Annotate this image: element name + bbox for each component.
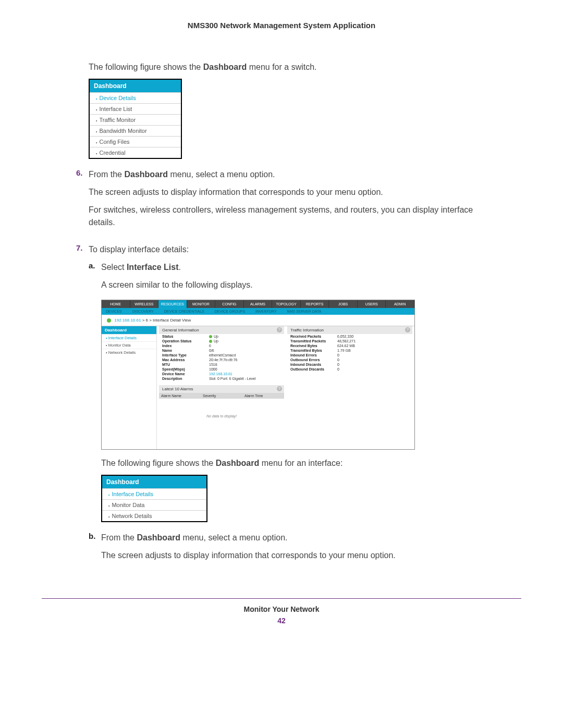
menu-item[interactable]: Bandwidth Monitor [90,125,181,136]
step-text: The screen adjusts to display informatio… [89,186,500,199]
substep-text: Select Interface List. [101,261,253,274]
value-link[interactable]: 192.168.10.61 [209,372,281,376]
step-text: To display interface details: [89,243,500,256]
menu-item[interactable]: Network Details [102,510,206,521]
text-bold: Dashboard [216,459,260,467]
help-icon[interactable]: ? [405,327,410,332]
value: Up [209,339,281,343]
col-header: Alarm Name [159,393,201,399]
subtab[interactable]: DEVICES [106,310,122,313]
label: Transmitted Bytes [290,349,337,352]
text: . [179,263,181,272]
panel-header: Traffic Information? [287,326,412,334]
tab-wireless[interactable]: WIRELESS [130,300,159,308]
tab-users[interactable]: USERS [358,300,386,308]
menu-header: Dashboard [102,476,206,488]
text: From the [89,170,124,179]
empty-message: No data to display! [159,399,284,449]
step-text: For switches, wireless controllers, wire… [89,204,500,229]
value: 0 [337,353,409,357]
para: The following figure shows the Dashboard… [101,457,500,470]
tab-alarms[interactable]: ALARMS [244,300,273,308]
sidebar-item-label: Network Details [108,350,136,355]
value-text: Up [214,335,218,338]
value: Slot: 0 Port: 6 Gigabit - Level [209,377,281,380]
dashboard-menu-figure-2: Dashboard Interface Details Monitor Data… [101,475,207,522]
menu-item[interactable]: Monitor Data [102,499,206,510]
footer-title: Monitor Your Network [42,605,521,613]
panel-header: Latest 10 Alarms? [159,385,284,393]
step-number: 7. [76,243,89,567]
label: MTU [162,363,209,366]
tab-reports[interactable]: REPORTS [301,300,329,308]
text: menu, select a menu option. [168,170,275,179]
menu-item[interactable]: Interface Details [102,488,206,499]
text-bold: Dashboard [137,533,180,542]
menu-item[interactable]: Config Files [90,136,181,147]
breadcrumb-rest: > 6 > Interface Detail View [141,318,191,323]
substep-letter: a. [89,261,101,297]
text-bold: Dashboard [124,170,168,179]
tab-jobs[interactable]: JOBS [329,300,358,308]
value: 0 [337,367,409,371]
label: Operation Status [162,339,209,343]
label: Speed(Mbps) [162,367,209,371]
menu-item[interactable]: Credential [90,147,181,158]
tab-config[interactable]: CONFIG [215,300,244,308]
menu-header: Dashboard [90,80,181,92]
dashboard-menu-figure: Dashboard Device Details Interface List … [89,79,182,159]
sidebar-item-label: Interface Details [108,336,137,340]
menu-item[interactable]: Traffic Monitor [90,114,181,125]
subtab[interactable]: DEVICE CREDENTIALS [164,310,204,313]
breadcrumb-ip[interactable]: 192.168.10.61 [114,318,141,323]
doc-header: NMS300 Network Management System Applica… [42,21,521,30]
panel-title: Traffic Information [290,328,324,332]
subtab[interactable]: NMS SERVER DATA [287,310,322,313]
label: Device Name [162,372,209,376]
menu-item[interactable]: Interface List [90,103,181,114]
help-icon[interactable]: ? [277,327,282,332]
value: 0 [337,358,409,362]
panel-header: General Information? [159,326,284,334]
footer-page-number: 42 [42,616,521,625]
text-bold: Dashboard [203,63,247,71]
sidebar-item[interactable]: • Interface Details [102,334,156,341]
subtab[interactable]: DISCOVERY [132,310,154,313]
top-nav: HOME WIRELESS RESOURCES MONITOR CONFIG A… [102,300,414,308]
intro-para: The following figure shows the Dashboard… [89,61,500,73]
label: Description [162,377,209,380]
value: 1518 [209,363,281,366]
label: Index [162,344,209,348]
label: Received Bytes [290,344,337,348]
step-text: From the Dashboard menu, select a menu o… [89,168,500,181]
text: menu for an interface: [259,459,342,467]
value-text: Up [214,339,218,343]
value: 6,052,330 [337,335,409,338]
substep-letter: b. [89,532,101,567]
label: Status [162,335,209,338]
label: Interface Type [162,353,209,357]
tab-resources[interactable]: RESOURCES [158,300,187,308]
text-bold: Interface List [127,263,179,272]
sidebar-item[interactable]: • Network Details [102,349,156,356]
tab-monitor[interactable]: MONITOR [187,300,216,308]
tab-topology[interactable]: TOPOLOGY [272,300,301,308]
value: 0/6 [209,349,281,352]
panel-title: General Information [162,328,199,332]
tab-admin[interactable]: ADMIN [386,300,414,308]
sidebar-item[interactable]: • Monitor Data [102,341,156,349]
help-icon[interactable]: ? [277,386,282,391]
label: Inbound Discards [290,363,337,366]
sidebar-item-label: Monitor Data [108,343,131,348]
tab-home[interactable]: HOME [102,300,130,308]
subtab[interactable]: INVENTORY [255,310,277,313]
value: 48,582,271 [337,339,409,343]
status-dot-icon [107,318,111,323]
value: 20:4e:7f:7b:d9:76 [209,358,281,362]
text: menu for a switch. [247,63,316,71]
substep-text: From the Dashboard menu, select a menu o… [101,532,396,544]
label: Received Packets [290,335,337,338]
page-footer: Monitor Your Network 42 [42,598,521,625]
menu-item[interactable]: Device Details [90,92,181,103]
subtab[interactable]: DEVICE GROUPS [215,310,245,313]
